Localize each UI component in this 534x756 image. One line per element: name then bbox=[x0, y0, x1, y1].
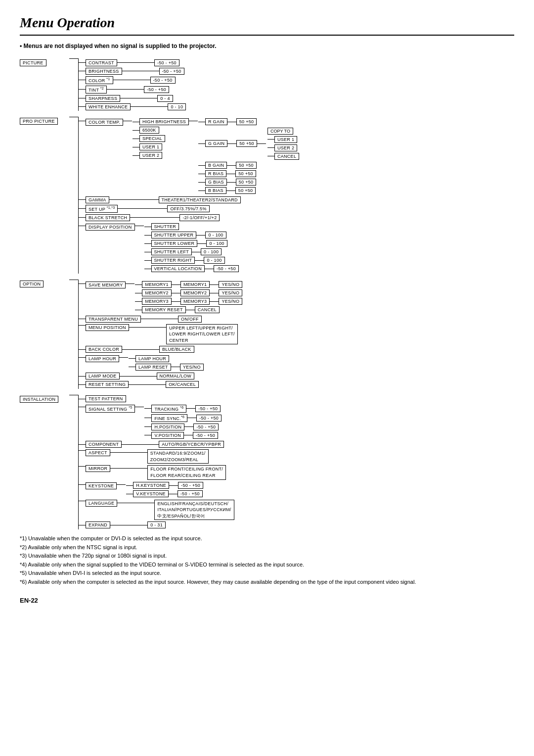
picture-tint: TINT *2 bbox=[86, 86, 107, 94]
gamma: GAMMA bbox=[86, 196, 109, 203]
fine-sync: FINE SYNC.*6 bbox=[151, 414, 187, 422]
vertical-location: VERTICAL LOCATION bbox=[151, 265, 205, 272]
h-position-range: -50 - +50 bbox=[193, 424, 219, 430]
connector bbox=[69, 395, 78, 395]
b-bias: B BIAS bbox=[205, 187, 226, 194]
back-color: BACK COLOR bbox=[86, 346, 122, 353]
picture-sharpness: SHARPNESS bbox=[86, 95, 120, 102]
shutter-right-range: 0 - 100 bbox=[204, 257, 224, 264]
option-items: SAVE MEMORY MEMORY1 MEMORY1 YES/NO bbox=[78, 280, 242, 389]
g-bias-range: 50 +50 bbox=[236, 179, 257, 186]
page-title: Menu Operation bbox=[20, 15, 514, 31]
memory2-label: MEMORY2 bbox=[180, 289, 210, 296]
copy-cancel: CANCEL bbox=[274, 153, 299, 160]
picture-contrast-range: -50 - +50 bbox=[154, 59, 179, 66]
memory1: MEMORY1 bbox=[142, 281, 171, 288]
footnotes: *1) Unavalable when the computer or DVI-… bbox=[20, 534, 514, 587]
connector bbox=[69, 58, 78, 59]
v-position-range: -50 - +50 bbox=[193, 432, 218, 439]
memory2: MEMORY2 bbox=[142, 289, 171, 296]
tracking-range: -50 - +50 bbox=[195, 405, 221, 412]
memory-reset-value: CANCEL bbox=[195, 306, 220, 313]
black-stretch: BLACK STRETCH bbox=[86, 214, 130, 221]
picture-brightness-range: -50 - +50 bbox=[159, 68, 184, 75]
special: SPECIAL bbox=[139, 135, 165, 142]
color-temp-label: COLOR TEMP. bbox=[86, 119, 123, 126]
black-stretch-value: -2/-1/OFF/+1/+2 bbox=[179, 214, 220, 221]
lamp-reset: LAMP RESET bbox=[135, 364, 171, 371]
reset-setting-value: OK/CANCEL bbox=[166, 381, 199, 388]
transparent-menu-value: ON/OFF bbox=[178, 316, 202, 323]
picture-sharpness-range: 0 - 4 bbox=[157, 95, 173, 102]
b-bias-range: 50 +50 bbox=[235, 187, 256, 194]
picture-tint-range: -50 - +50 bbox=[144, 86, 169, 93]
shutter-upper-range: 0 - 100 bbox=[205, 232, 226, 238]
shutter-lower-range: 0 - 100 bbox=[206, 240, 227, 247]
v-keystone: V.KEYSTONE bbox=[133, 490, 169, 497]
section-installation-label: INSTALLATION bbox=[20, 396, 58, 403]
shutter-left-range: 0 - 100 bbox=[201, 248, 222, 255]
high-brightness: HIGH BRIGHTNESS bbox=[139, 118, 189, 125]
picture-brightness: BRIGHTNESS bbox=[86, 68, 122, 75]
test-pattern: TEST PATTERN bbox=[86, 395, 126, 402]
back-color-value: BLUE/BLACK bbox=[159, 346, 194, 353]
expand: EXPAND bbox=[86, 521, 110, 528]
footnote-1: *1) Unavalable when the computer or DVI-… bbox=[20, 534, 514, 543]
r-gain-range: 50 +50 bbox=[236, 118, 257, 125]
setup: SET UP *1,*3 bbox=[86, 205, 118, 213]
installation-items: TEST PATTERN SIGNAL SETTING *5 TRACKING … bbox=[78, 395, 234, 529]
picture-white-enhance: WHITE ENHANCE bbox=[86, 103, 131, 110]
g-bias: G BIAS bbox=[205, 179, 227, 186]
keystone: KEYSTONE bbox=[86, 482, 117, 489]
signal-setting: SIGNAL SETTING *5 bbox=[86, 405, 135, 413]
footnote-4: *4) Available only when the signal suppl… bbox=[20, 561, 514, 569]
aspect-value: STANDARD/16:9/ZOOM1/ZOOM2/ZOOM3/REAL bbox=[147, 449, 209, 464]
picture-contrast: CONTRAST bbox=[86, 59, 117, 66]
b-gain-range: 50 +50 bbox=[236, 162, 257, 169]
propicture-items: COLOR TEMP. HIGH BRIGHTNESS 65 bbox=[78, 117, 299, 274]
lamp-hour-sub: LAMP HOUR bbox=[135, 355, 169, 362]
copy-user2: USER 2 bbox=[274, 144, 297, 151]
gamma-value: THEATER1/THEATER2/STANDARD bbox=[159, 196, 241, 203]
display-position: DISPLAY POSITION bbox=[86, 224, 135, 231]
section-propicture-label: PRO PICTURE bbox=[20, 118, 58, 125]
shutter-lower: SHUTTER LOWER bbox=[151, 240, 198, 247]
lamp-reset-value: YES/NO bbox=[180, 364, 204, 371]
subtitle-note: • Menus are not displayed when no signal… bbox=[20, 43, 514, 49]
r-bias-range: 50 +50 bbox=[235, 170, 256, 177]
aspect: ASPECT bbox=[86, 449, 110, 456]
footnote-3: *3) Unavailable when the 720p signal or … bbox=[20, 552, 514, 561]
connector bbox=[69, 280, 78, 280]
fine-sync-range: -50 - +50 bbox=[196, 415, 222, 422]
tracking: TRACKING *6 bbox=[151, 405, 186, 413]
h-position: H.POSITION bbox=[151, 424, 184, 430]
save-memory: SAVE MEMORY bbox=[86, 282, 126, 288]
menu-position-value: UPPER LEFT/UPPER RIGHT/LOWER RIGHT/LOWER… bbox=[166, 324, 238, 345]
6500k: 6500K bbox=[139, 127, 159, 134]
picture-color: COLOR *1 bbox=[86, 76, 113, 84]
memory1-value: YES/NO bbox=[219, 281, 242, 288]
v-position: V.POSITION bbox=[151, 432, 184, 439]
menu-tree: PICTURE CONTRAST -50 - +50 BRIGHTNESS -5… bbox=[20, 58, 514, 529]
shutter-upper: SHUTTER UPPER bbox=[151, 232, 197, 238]
reset-setting: RESET SETTING bbox=[86, 381, 129, 388]
g-gain-range: 50 +50 bbox=[236, 140, 257, 147]
mirror-value: FLOOR FRONT/CEILING FRONT/FLOOR REAR/CEI… bbox=[147, 465, 226, 479]
shutter-right: SHUTTER RIGHT bbox=[151, 257, 195, 264]
h-keystone: H.KEYSTONE bbox=[133, 482, 169, 489]
memory3: MEMORY3 bbox=[142, 298, 171, 305]
copy-user1: USER 1 bbox=[274, 136, 297, 143]
user1: USER 1 bbox=[139, 143, 162, 150]
memory1-label: MEMORY1 bbox=[180, 281, 210, 288]
memory3-value: YES/NO bbox=[219, 298, 242, 305]
footnote-5: *5) Unavailable when DVI-I is selected a… bbox=[20, 569, 514, 578]
b-gain: B GAIN bbox=[205, 162, 227, 169]
expand-value: 0 - 31 bbox=[147, 521, 166, 528]
user2: USER 2 bbox=[139, 152, 162, 159]
component-value: AUTO/RGB/YCbCr/YPbPr bbox=[159, 441, 224, 448]
page-number: EN-22 bbox=[20, 597, 514, 604]
shutter: SHUTTER bbox=[151, 223, 179, 230]
lamp-hour-label: LAMP HOUR bbox=[86, 355, 119, 362]
component: COMPONENT bbox=[86, 441, 122, 448]
section-option-label: OPTION bbox=[20, 281, 44, 287]
